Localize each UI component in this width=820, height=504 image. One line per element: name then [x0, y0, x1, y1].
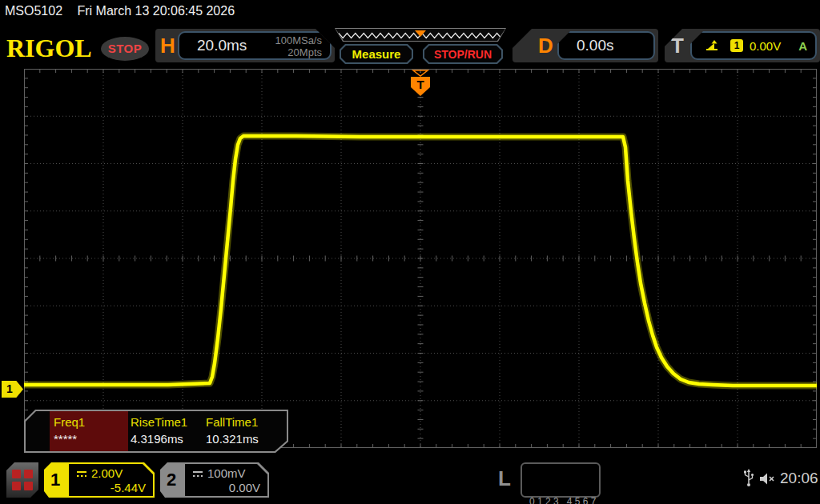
datetime: Fri March 13 20:06:45 2026: [78, 4, 235, 18]
timebase-value: 20.0ms: [197, 37, 247, 54]
measurement-panel[interactable]: Freq1 ***** RiseTime1 4.3196ms FallTime1…: [24, 410, 288, 453]
memory-depth: 20Mpts: [275, 47, 322, 59]
trigger-source-badge: 1: [730, 39, 743, 52]
horizontal-label: H: [160, 34, 175, 58]
sample-rate: 100MSa/s: [275, 35, 322, 47]
trigger-position-marker: T: [411, 70, 430, 96]
memory-zigzag-icon: [336, 29, 505, 41]
logic-analyzer-label: L: [498, 466, 511, 491]
delay-label: D: [538, 34, 553, 58]
channel1-offset: -5.44V: [111, 481, 146, 494]
svg-text:T: T: [416, 78, 424, 91]
acquisition-rates: 100MSa/s 20Mpts: [275, 35, 322, 59]
logic-channels-status[interactable]: 0 1 2 3 4 5 6 7 8 9 1011 12131415: [521, 462, 601, 498]
measurement-risetime1[interactable]: RiseTime1 4.3196ms: [131, 415, 187, 446]
rising-edge-trigger-icon: [705, 39, 719, 52]
rigol-logo: RIGOL: [6, 34, 92, 63]
channel1-status[interactable]: 1 2.00V -5.44V: [44, 462, 155, 498]
trigger-box[interactable]: 1 0.00V A: [690, 31, 817, 60]
stop-run-button[interactable]: STOP/RUN: [423, 44, 503, 64]
channel2-number: 2: [167, 470, 176, 490]
usb-icon: [743, 469, 754, 488]
oscilloscope-screen: MSO5102 Fri March 13 20:06:45 2026 RIGOL…: [0, 0, 820, 504]
channel2-scale: 100mV: [207, 466, 246, 480]
dc-coupling-icon: [191, 470, 204, 478]
waveform-display-grid[interactable]: T: [24, 69, 817, 448]
channel2-status[interactable]: 2 100mV 0.00V: [160, 462, 269, 498]
menu-grid-button[interactable]: [6, 462, 38, 498]
trigger-level-value: 0.00V: [750, 39, 781, 53]
horizontal-settings-group[interactable]: H 20.0ms 100MSa/s 20Mpts: [155, 29, 335, 62]
model-name: MSO5102: [5, 4, 62, 18]
trigger-label: T: [671, 34, 684, 58]
clock: 20:06: [780, 470, 818, 487]
channel1-scale: 2.00V: [91, 466, 123, 480]
delay-box[interactable]: 0.00s: [557, 31, 655, 60]
dc-coupling-icon: [75, 470, 88, 478]
speaker-muted-icon: [759, 472, 777, 486]
timebase-box[interactable]: 20.0ms 100MSa/s 20Mpts: [178, 31, 332, 60]
waveform-memory-bar[interactable]: [335, 28, 506, 42]
trigger-mode-auto: A: [798, 39, 807, 53]
run-state-badge: STOP: [101, 37, 149, 61]
channel1-position-marker[interactable]: 1: [2, 381, 23, 398]
measurement-freq1[interactable]: Freq1 *****: [54, 415, 85, 446]
channel2-offset: 0.00V: [229, 481, 260, 494]
logic-channels-row1: 0 1 2 3 4 5 6 7: [529, 495, 599, 504]
delay-settings-group[interactable]: D 0.00s: [512, 29, 658, 62]
measurement-falltime1[interactable]: FallTime1 10.321ms: [206, 415, 259, 446]
delay-value: 0.00s: [577, 37, 613, 54]
title-bar: MSO5102 Fri March 13 20:06:45 2026: [5, 4, 235, 18]
trigger-settings-group[interactable]: T 1 0.00V A: [665, 29, 820, 62]
measure-button[interactable]: Measure: [340, 44, 413, 64]
menu-grid-icon: [12, 470, 33, 490]
channel1-number: 1: [50, 470, 60, 490]
